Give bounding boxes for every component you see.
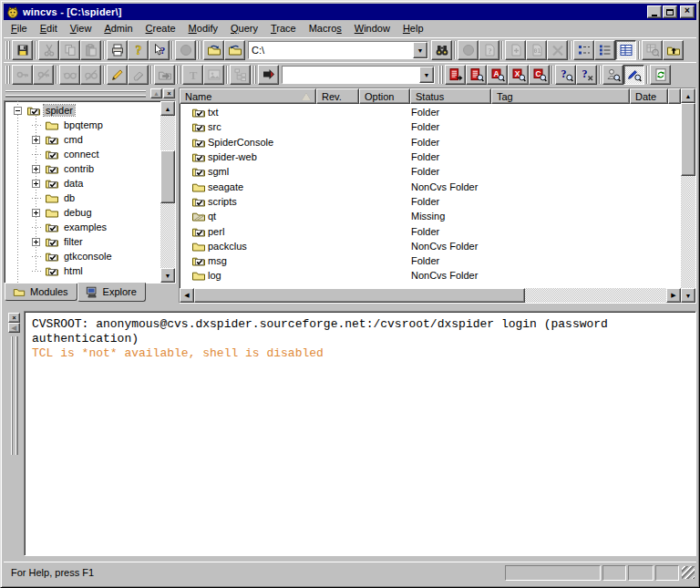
path-combo-input[interactable] — [249, 42, 413, 58]
docking-grip[interactable] — [10, 336, 18, 455]
tree-item-examples[interactable]: examples — [5, 220, 160, 234]
maximize-button[interactable] — [663, 5, 677, 18]
scroll-track[interactable] — [681, 176, 695, 288]
menu-window[interactable]: Window — [348, 21, 396, 36]
menu-file[interactable]: File — [5, 21, 34, 36]
details-view-button[interactable] — [615, 40, 636, 60]
pane-close-button[interactable]: × — [163, 88, 175, 98]
menu-edit[interactable]: Edit — [34, 21, 64, 36]
list-vertical-scrollbar[interactable]: ▲ ▼ — [681, 88, 695, 303]
file-name[interactable]: log — [208, 270, 221, 281]
column-header-date[interactable]: Date — [630, 88, 668, 104]
tree-expander-plus[interactable] — [32, 238, 40, 246]
toolbar-grip[interactable] — [176, 66, 180, 84]
tree-item-html[interactable]: html — [5, 263, 160, 278]
browse-location-button[interactable] — [431, 40, 452, 60]
menu-create[interactable]: Create — [139, 21, 182, 36]
edit-file-button[interactable] — [107, 65, 128, 85]
file-row-packclus[interactable]: packclusNonCvs Folder — [180, 239, 681, 253]
toolbar-grip[interactable] — [438, 66, 443, 84]
tree-item-db[interactable]: db — [5, 191, 160, 205]
menu-trace[interactable]: Trace — [264, 21, 303, 36]
tree-vertical-scrollbar[interactable]: ▲ ▼ — [160, 101, 175, 283]
query-edit-button[interactable] — [623, 65, 644, 85]
file-name[interactable]: SpiderConsole — [208, 137, 273, 148]
reload-recursive-button[interactable] — [224, 40, 245, 60]
file-row-qt[interactable]: qtMissing — [180, 209, 681, 223]
pane-collapse-button[interactable]: ▲ — [150, 88, 162, 98]
context-help-button[interactable]: ? — [149, 40, 170, 60]
tree-item-data[interactable]: data — [5, 176, 160, 191]
file-row-spider-web[interactable]: spider-webFolder — [180, 150, 681, 164]
column-header-option[interactable]: Option — [359, 88, 410, 104]
toolbar-grip[interactable] — [252, 66, 256, 84]
file-row-src[interactable]: srcFolder — [180, 119, 681, 134]
column-header-tag[interactable]: Tag — [491, 88, 630, 104]
file-row-sgml[interactable]: sgmlFolder — [180, 164, 681, 179]
file-row-log[interactable]: logNonCvs Folder — [180, 268, 681, 283]
tree-expander-minus[interactable] — [14, 107, 22, 115]
macro-run-button[interactable] — [258, 65, 279, 85]
file-row-msg[interactable]: msgFolder — [180, 253, 681, 268]
file-row-SpiderConsole[interactable]: SpiderConsoleFolder — [180, 135, 681, 150]
scroll-track[interactable] — [525, 288, 666, 303]
scroll-track[interactable] — [160, 203, 175, 268]
print-button[interactable] — [107, 40, 128, 60]
cvs-commit-query-button[interactable]: C — [529, 65, 550, 85]
file-name[interactable]: spider-web — [208, 151, 257, 162]
about-help-button[interactable]: ? — [128, 40, 149, 60]
tree-item-label[interactable]: gtkconsole — [62, 251, 114, 262]
scroll-up-button[interactable]: ▲ — [160, 101, 175, 116]
tree-item-label[interactable]: cmd — [62, 134, 85, 145]
cvs-console[interactable]: CVSROOT: anonymous@cvs.dxspider.sourcefo… — [24, 311, 696, 556]
scroll-right-button[interactable]: ▶ — [666, 288, 681, 303]
tree-expander-plus[interactable] — [32, 136, 40, 144]
menu-query[interactable]: Query — [224, 21, 264, 36]
refresh-status-button[interactable] — [650, 65, 671, 85]
query-cancel-button[interactable]: ? — [576, 65, 597, 85]
file-name[interactable]: scripts — [208, 196, 237, 207]
scroll-thumb[interactable] — [681, 103, 695, 176]
small-icons-view-button[interactable] — [573, 40, 594, 60]
scroll-down-button[interactable]: ▼ — [681, 288, 695, 303]
tree-item-label[interactable]: connect — [62, 149, 101, 160]
column-header-status[interactable]: Status — [410, 88, 491, 104]
tree-item-label[interactable]: filter — [62, 236, 85, 247]
file-row-scripts[interactable]: scriptsFolder — [180, 194, 681, 209]
cvs-annotate-button[interactable]: A — [487, 65, 508, 85]
tab-explore[interactable]: Explore — [77, 283, 146, 302]
toolbar-grip[interactable] — [5, 41, 10, 59]
tree-item-cmd[interactable]: cmd — [5, 132, 160, 147]
file-name[interactable]: txt — [208, 107, 219, 118]
file-name[interactable]: sgml — [208, 166, 229, 177]
tree-item-label[interactable]: spider — [44, 105, 75, 116]
file-name[interactable]: qt — [208, 211, 216, 222]
scroll-thumb[interactable] — [194, 288, 525, 303]
tree-expander-plus[interactable] — [32, 165, 40, 173]
docking-grip[interactable] — [5, 89, 146, 98]
scroll-thumb[interactable] — [160, 150, 175, 203]
tree-item-spider[interactable]: spider — [5, 103, 160, 118]
list-view-button[interactable] — [594, 40, 615, 60]
minimize-button[interactable] — [647, 5, 662, 18]
scroll-down-button[interactable]: ▼ — [160, 268, 175, 283]
cvs-remove-query-button[interactable]: X — [508, 65, 529, 85]
resize-grip[interactable] — [682, 566, 695, 579]
list-horizontal-scrollbar[interactable]: ◀ ▶ — [180, 288, 681, 303]
tree-item-gtkconsole[interactable]: gtkconsole — [5, 249, 160, 263]
filter-combo-input[interactable] — [283, 67, 419, 83]
menu-modify[interactable]: Modify — [182, 21, 224, 36]
file-row-perl[interactable]: perlFolder — [180, 223, 681, 238]
menu-admin[interactable]: Admin — [98, 21, 139, 36]
menu-view[interactable]: View — [64, 21, 98, 36]
toolbar-grip[interactable] — [197, 41, 201, 59]
close-button[interactable]: × — [680, 5, 695, 18]
output-close-button[interactable]: × — [8, 313, 20, 323]
cvs-checkout-button[interactable] — [445, 65, 466, 85]
menu-macros[interactable]: Macros — [303, 21, 348, 36]
tree-item-label[interactable]: examples — [62, 222, 108, 232]
tab-modules[interactable]: Modules — [5, 284, 77, 301]
reload-view-button[interactable] — [203, 40, 224, 60]
tree-item-contrib[interactable]: contrib — [5, 161, 160, 176]
output-collapse-button[interactable]: ◀ — [8, 323, 20, 333]
